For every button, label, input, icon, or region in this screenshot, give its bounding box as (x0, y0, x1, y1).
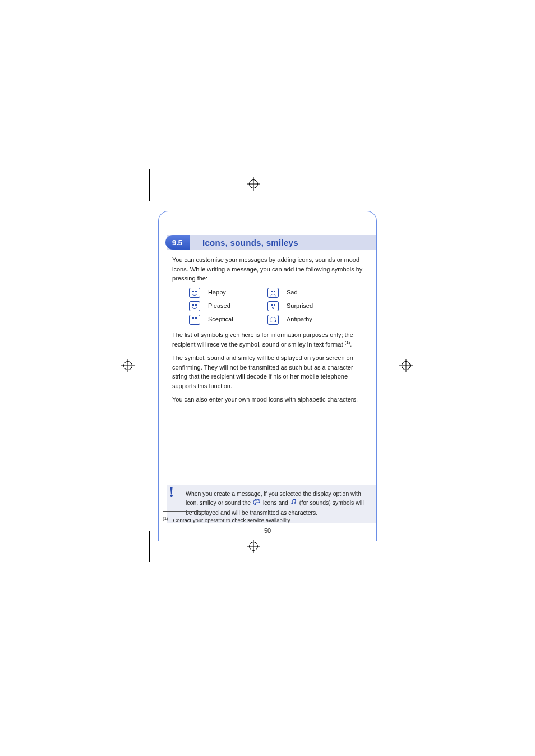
text-span: . (350, 341, 352, 348)
transmission-paragraph: The symbol, sound and smiley will be dis… (172, 353, 363, 390)
svg-point-1 (256, 500, 257, 501)
smiley-sad-icon (268, 288, 279, 298)
smiley-happy-icon (189, 288, 200, 298)
registration-mark-bottom (247, 540, 260, 553)
smiley-antipathy-icon (268, 315, 279, 325)
footnote: (1) Contact your operator to check servi… (163, 516, 376, 523)
smiley-label: Surprised (287, 301, 343, 311)
note-text: icons and (263, 499, 290, 506)
text-span: The list of symbols given here is for in… (172, 331, 353, 348)
page-number: 50 (264, 527, 271, 534)
svg-point-2 (258, 500, 259, 501)
own-icons-paragraph: You can also enter your own mood icons w… (172, 395, 363, 404)
smiley-pleased-icon (189, 301, 200, 311)
footnote-ref: (1) (345, 340, 350, 345)
svg-point-0 (255, 500, 256, 501)
smiley-surprised-icon (268, 301, 279, 311)
crop-mark (386, 201, 417, 201)
smiley-label: Pleased (208, 301, 264, 311)
section-number-badge: 9.5 (165, 235, 190, 250)
registration-mark-top (247, 177, 260, 191)
crop-mark (118, 531, 149, 531)
smiley-sceptical-icon (189, 315, 200, 325)
smiley-label: Sceptical (208, 315, 264, 324)
smiley-label: Happy (208, 288, 264, 297)
smiley-label: Sad (287, 288, 343, 297)
body-text: You can customise your messages by addin… (172, 255, 363, 409)
content-frame: 9.5 Icons, sounds, smileys You can custo… (158, 211, 377, 541)
exclamation-icon: ! (169, 481, 174, 504)
registration-mark-right (399, 359, 413, 372)
page-container: 9.5 Icons, sounds, smileys You can custo… (0, 0, 535, 756)
crop-mark (386, 531, 386, 562)
svg-point-3 (291, 503, 293, 504)
smiley-label: Antipathy (287, 315, 343, 324)
crop-mark (386, 169, 386, 201)
art-palette-icon (253, 498, 261, 509)
crop-mark (386, 531, 417, 531)
music-note-icon (290, 498, 297, 509)
info-paragraph: The list of symbols given here is for in… (172, 330, 363, 349)
intro-paragraph: You can customise your messages by addin… (172, 255, 363, 283)
crop-mark (118, 201, 149, 201)
smiley-table: Happy Sad Pleased Surprised Sceptical An… (189, 288, 363, 325)
section-header: 9.5 Icons, sounds, smileys (167, 235, 376, 250)
crop-mark (149, 169, 150, 201)
footnote-rule (163, 511, 207, 512)
registration-mark-left (121, 359, 135, 372)
note-body: When you create a message, if you select… (186, 490, 370, 517)
section-title: Icons, sounds, smileys (202, 238, 298, 247)
svg-point-4 (294, 503, 296, 504)
crop-mark (149, 531, 150, 562)
